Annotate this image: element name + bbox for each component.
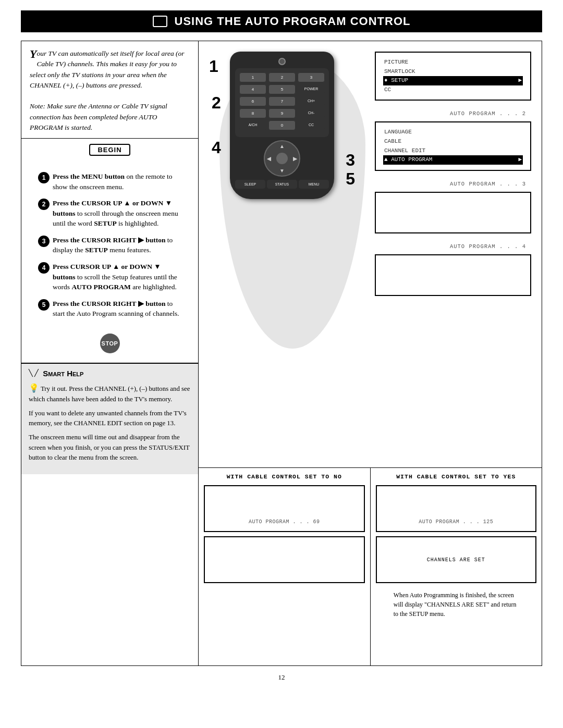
step-3: 3 Press the CURSOR RIGHT ▶ button to dis… [38,235,181,255]
cable-yes-screen-label: AUTO PROGRAM . . . 125 [419,519,493,525]
main-content: Your TV can automatically set itself for… [21,41,542,666]
step-num-2: 2 [38,199,50,210]
channels-set-text: CHANNELS ARE SET [427,557,485,563]
step-num-5: 5 [38,299,50,311]
ir-sensor [278,58,286,65]
screen-label-2: AUTO PROGRAM . . . 2 [450,110,526,117]
cable-yes-column: WITH CABLE CONTROL SET TO YES AUTO PROGR… [371,468,542,665]
screen1-item-setup: ♦ SETUP ▶ [383,76,523,85]
intro-body: our TV can automatically set itself for … [30,50,185,89]
step-text-1: Press the MENU button on the remote to s… [53,171,181,192]
smart-help-box: ╲ ╱ Smart Help 💡 Try it out. Press the C… [21,363,198,474]
cable-no-screen: AUTO PROGRAM . . . 69 [204,485,365,532]
step-text-2: Press the CURSOR UP ▲ or DOWN ▼ buttons … [53,198,181,229]
screen1-item-smartlock: SMARTLOCK [383,67,523,77]
intro-box: Your TV can automatically set itself for… [21,41,198,139]
cable-no-column: WITH CABLE CONTROL SET TO NO AUTO PROGRA… [199,468,371,665]
btn-ch-plus[interactable]: CH+ [298,96,325,106]
page-header: Using the Auto Program Control [21,10,542,32]
step-overlay-1: 1 [209,57,218,76]
cable-no-header: WITH CABLE CONTROL SET TO NO [227,473,342,480]
btn-status[interactable]: STATUS [267,180,297,189]
screen1-item-cc: CC [383,85,523,95]
cable-yes-screen: AUTO PROGRAM . . . 125 [376,485,537,532]
left-column: Your TV can automatically set itself for… [21,41,199,665]
btn-1[interactable]: 1 [239,72,266,82]
btn-0[interactable]: 0 [268,120,296,130]
screen2-item-auto-program: ▲ AUTO PROGRAM ▶ [383,155,523,165]
page: Using the Auto Program Control Your TV c… [0,0,563,728]
smart-help-para-3: The onscreen menu will time out and disa… [29,433,191,463]
nav-center-btn[interactable] [276,153,288,164]
lightbulb-icon: 💡 [29,384,39,392]
remote-wrapper: 1 2 3 4 5 POWER 6 7 CH+ 8 9 [230,52,334,199]
begin-badge: BEGIN [89,144,130,156]
screen2-item-channel-edit: CHANNEL EDIT [383,146,523,156]
step-overlay-4: 4 [212,138,221,157]
btn-power[interactable]: POWER [298,84,325,94]
steps-area: 1 Press the MENU button on the remote to… [30,167,190,329]
bottom-section: WITH CABLE CONTROL SET TO NO AUTO PROGRA… [199,467,542,665]
cable-yes-header: WITH CABLE CONTROL SET TO YES [396,473,516,480]
step-overlay-5: 5 [346,169,355,189]
stop-badge-area: STOP [30,334,190,353]
screen2-item-cable: CABLE [383,137,523,146]
btn-9[interactable]: 9 [268,108,296,118]
btn-ch-minus[interactable]: CH- [298,108,325,118]
channels-set-screen-yes: CHANNELS ARE SET [376,536,537,583]
btn-6[interactable]: 6 [239,96,266,106]
btn-4[interactable]: 4 [239,84,266,94]
step-text-5: Press the CURSOR RIGHT ▶ button to start… [53,299,181,319]
step-text-4: Press CURSOR UP ▲ or DOWN ▼ buttons to s… [53,262,181,292]
screen-label-4: AUTO PROGRAM . . . 4 [450,243,526,250]
smart-help-lines-icon: ╲ ╱ [29,369,39,377]
stop-circle: STOP [100,334,120,353]
screens-remote-area: 1 2 3 4 5 POWER 6 7 CH+ 8 9 [199,41,542,467]
numpad-grid: 1 2 3 4 5 POWER 6 7 CH+ 8 9 [239,72,325,130]
drop-cap: Y [30,48,36,60]
right-column: 1 2 3 4 5 POWER 6 7 CH+ 8 9 [199,41,542,665]
btn-3[interactable]: 3 [298,72,325,82]
btn-7[interactable]: 7 [268,96,296,106]
cable-no-screen-label: AUTO PROGRAM . . . 69 [249,519,320,525]
intro-text: Your TV can automatically set itself for… [30,48,190,91]
btn-cc[interactable]: CC [298,120,325,130]
step-2: 2 Press the CURSOR UP ▲ or DOWN ▼ button… [38,198,181,229]
screen-1-content: PICTURE SMARTLOCK ♦ SETUP ▶ CC [383,58,523,94]
step-num-1: 1 [38,172,50,183]
nav-left-arrow: ◀ [267,156,271,162]
nav-ring: ▲ ▼ ◀ ▶ [264,140,300,177]
screen-4-content [383,261,523,270]
smart-help-para-1: 💡 Try it out. Press the CHANNEL (+), (–)… [29,382,191,404]
btn-ach[interactable]: A/CH [239,120,266,130]
begin-area: BEGIN 1 Press the MENU button on the rem… [21,139,198,363]
screen-2-content: LANGUAGE CABLE CHANNEL EDIT ▲ AUTO PROGR… [383,128,523,164]
btn-menu[interactable]: MENU [299,180,329,189]
btn-8[interactable]: 8 [239,108,266,118]
btn-sleep[interactable]: SLEEP [235,180,265,189]
bottom-btns: SLEEP STATUS MENU [235,180,329,189]
stop-label: STOP [102,340,118,347]
screen-3-content [383,198,523,207]
screen2-item-language: LANGUAGE [383,128,523,137]
step-5: 5 Press the CURSOR RIGHT ▶ button to sta… [38,299,181,319]
nav-down-arrow: ▼ [279,168,285,174]
btn-5[interactable]: 5 [268,84,296,94]
step-text-3: Press the CURSOR RIGHT ▶ button to displ… [53,235,181,255]
step-num-4: 4 [38,262,50,274]
tv-icon [153,16,167,27]
screen-4 [375,254,531,296]
channels-set-screen-no [204,536,365,583]
nav-up-arrow: ▲ [279,143,285,149]
smart-help-para-2: If you want to delete any unwanted chann… [29,409,191,428]
screen-2: LANGUAGE CABLE CHANNEL EDIT ▲ AUTO PROGR… [375,121,531,170]
screen-1: PICTURE SMARTLOCK ♦ SETUP ▶ CC [375,52,531,101]
step-4: 4 Press CURSOR UP ▲ or DOWN ▼ buttons to… [38,262,181,292]
screen-label-3: AUTO PROGRAM . . . 3 [450,181,526,187]
step-overlay-3: 3 [346,151,355,170]
step-1: 1 Press the MENU button on the remote to… [38,171,181,192]
nav-area: ▲ ▼ ◀ ▶ [235,140,329,177]
intro-note: Note: Make sure the Antenna or Cable TV … [30,102,167,131]
when-done-note: When Auto Programming is finished, the s… [394,590,519,619]
btn-2[interactable]: 2 [268,72,296,82]
